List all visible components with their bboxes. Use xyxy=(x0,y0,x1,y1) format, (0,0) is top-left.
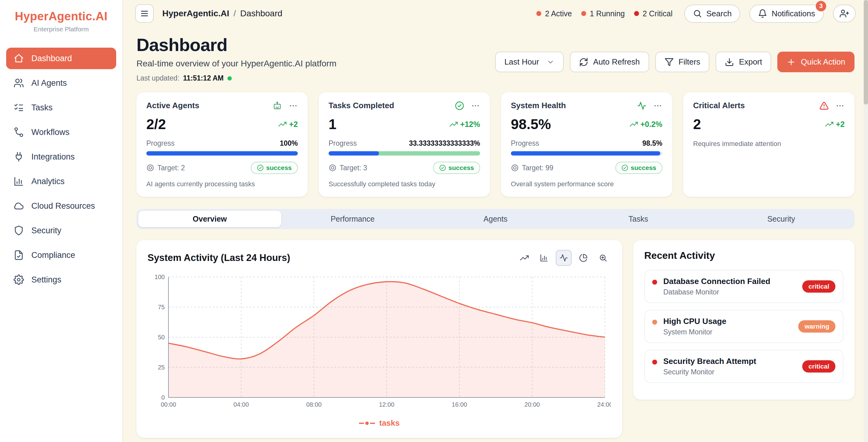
stat-trend: +2 xyxy=(825,120,845,129)
sidebar-item-label: Cloud Resources xyxy=(31,201,95,211)
hamburger-icon xyxy=(140,9,149,18)
activity-item-database-connection-failed[interactable]: Database Connection FailedDatabase Monit… xyxy=(644,270,843,303)
sidebar-item-dashboard[interactable]: Dashboard xyxy=(6,48,116,69)
system-activity-card: System Activity (Last 24 Hours) 02550751… xyxy=(136,240,622,438)
pie-chart-chart-button[interactable] xyxy=(576,250,591,266)
activity-item-security-breach-attempt[interactable]: Security Breach AttemptSecurity Monitorc… xyxy=(644,350,843,383)
stat-trend: +0.2% xyxy=(630,120,662,129)
last-updated: Last updated: 11:51:12 AM xyxy=(136,74,336,83)
breadcrumb-separator: / xyxy=(234,9,236,19)
scrollbar[interactable] xyxy=(864,0,868,442)
trending-up-chart-button[interactable] xyxy=(516,250,532,266)
sidebar-item-label: Security xyxy=(31,226,61,235)
stat-cards: Active Agents2/2+2Progress100%Target: 2s… xyxy=(136,92,855,197)
progress-label: Progress xyxy=(146,139,175,148)
sidebar-item-integrations[interactable]: Integrations xyxy=(6,146,116,167)
time-range-value: Last Hour xyxy=(504,57,539,67)
export-button[interactable]: Export xyxy=(716,52,771,72)
svg-text:20:00: 20:00 xyxy=(524,401,540,408)
activity-item-source: System Monitor xyxy=(663,328,726,336)
target-label: Target: 2 xyxy=(146,164,185,172)
stat-description: Requires immediate attention xyxy=(693,140,845,148)
sidebar-item-workflows[interactable]: Workflows xyxy=(6,121,116,143)
activity-item-high-cpu-usage[interactable]: High CPU UsageSystem Monitorwarning xyxy=(644,310,843,343)
bar-chart-icon xyxy=(540,254,548,262)
more-options-button[interactable] xyxy=(471,101,480,110)
tab-tasks[interactable]: Tasks xyxy=(567,211,710,227)
refresh-icon xyxy=(579,58,588,67)
zoom-in-chart-button[interactable] xyxy=(595,250,611,266)
tab-overview[interactable]: Overview xyxy=(138,211,281,227)
breadcrumb-current[interactable]: Dashboard xyxy=(240,9,282,19)
breadcrumb-root[interactable]: HyperAgentic.AI xyxy=(162,9,229,19)
severity-badge: warning xyxy=(798,320,835,333)
svg-text:0: 0 xyxy=(161,394,165,401)
stat-card-active-agents: Active Agents2/2+2Progress100%Target: 2s… xyxy=(136,92,308,197)
more-options-button[interactable] xyxy=(653,101,662,110)
activity-chart-button[interactable] xyxy=(556,250,572,266)
activity-icon xyxy=(637,101,646,110)
page-content: Dashboard Real-time overview of your Hyp… xyxy=(123,27,868,442)
tab-performance[interactable]: Performance xyxy=(281,211,424,227)
sidebar-item-cloud-resources[interactable]: Cloud Resources xyxy=(6,195,116,217)
stat-trend: +12% xyxy=(450,120,480,129)
status-indicator-2-active: 2 Active xyxy=(536,9,572,18)
sidebar-item-ai-agents[interactable]: AI Agents xyxy=(6,72,116,94)
stat-value: 2/2 xyxy=(146,116,166,132)
severity-dot xyxy=(652,359,657,365)
bar-chart-chart-button[interactable] xyxy=(536,250,552,266)
sidebar-item-analytics[interactable]: Analytics xyxy=(6,170,116,192)
more-options-button[interactable] xyxy=(289,101,298,110)
menu-button[interactable] xyxy=(135,4,154,23)
time-range-select[interactable]: Last Hour xyxy=(495,52,564,72)
search-label: Search xyxy=(706,9,732,19)
filters-button[interactable]: Filters xyxy=(655,52,710,72)
user-button[interactable] xyxy=(833,5,856,23)
users-icon xyxy=(13,78,24,88)
chevron-down-icon xyxy=(547,58,555,66)
pie-chart-icon xyxy=(579,254,588,262)
live-status-dot xyxy=(227,76,232,81)
search-button[interactable]: Search xyxy=(684,5,740,23)
stat-card-title: Active Agents xyxy=(146,101,199,110)
svg-text:50: 50 xyxy=(158,334,165,341)
search-icon xyxy=(693,9,702,18)
auto-refresh-button[interactable]: Auto Refresh xyxy=(570,52,649,72)
check-circle-icon xyxy=(455,101,464,110)
notifications-button[interactable]: Notifications 3 xyxy=(749,5,824,23)
sidebar-item-settings[interactable]: Settings xyxy=(6,269,116,290)
progress-bar xyxy=(146,151,298,156)
sidebar-item-tasks[interactable]: Tasks xyxy=(6,97,116,118)
legend-label: tasks xyxy=(379,418,400,428)
stat-card-tasks-completed: Tasks Completed1+12%Progress33.333333333… xyxy=(319,92,490,197)
logo-block: HyperAgentic.AI Enterprise Platform xyxy=(0,0,122,39)
page-subtitle: Real-time overview of your HyperAgentic.… xyxy=(136,59,336,68)
cloud-icon xyxy=(13,201,24,211)
severity-badge: critical xyxy=(802,280,835,293)
download-icon xyxy=(725,58,734,67)
scrollbar-thumb[interactable] xyxy=(864,0,868,104)
tab-bar: OverviewPerformanceAgentsTasksSecurity xyxy=(136,209,855,229)
tab-security[interactable]: Security xyxy=(710,211,852,227)
gear-icon xyxy=(13,275,24,285)
notification-badge: 3 xyxy=(816,1,826,11)
sidebar-item-label: Compliance xyxy=(31,251,75,260)
tab-agents[interactable]: Agents xyxy=(424,211,567,227)
sidebar-item-label: Analytics xyxy=(31,177,65,186)
user-icon xyxy=(840,9,849,18)
stat-card-system-health: System Health98.5%+0.2%Progress98.5%Targ… xyxy=(501,92,672,197)
shield-icon xyxy=(13,225,24,236)
quick-action-button[interactable]: Quick Action xyxy=(777,52,855,72)
target-label: Target: 99 xyxy=(511,164,553,172)
main-area: HyperAgentic.AI / Dashboard 2 Active1 Ru… xyxy=(123,0,868,442)
filter-icon xyxy=(664,58,674,67)
page-head-left: Dashboard Real-time overview of your Hyp… xyxy=(136,34,336,83)
sidebar-item-security[interactable]: Security xyxy=(6,220,116,241)
sidebar-item-compliance[interactable]: Compliance xyxy=(6,244,116,266)
sidebar-item-label: Settings xyxy=(31,275,61,285)
stat-card-title: Tasks Completed xyxy=(329,101,394,110)
stat-value: 2 xyxy=(693,116,701,132)
more-options-button[interactable] xyxy=(835,101,845,110)
progress-label: Progress xyxy=(329,139,357,148)
app-root: HyperAgentic.AI Enterprise Platform Dash… xyxy=(0,0,868,442)
